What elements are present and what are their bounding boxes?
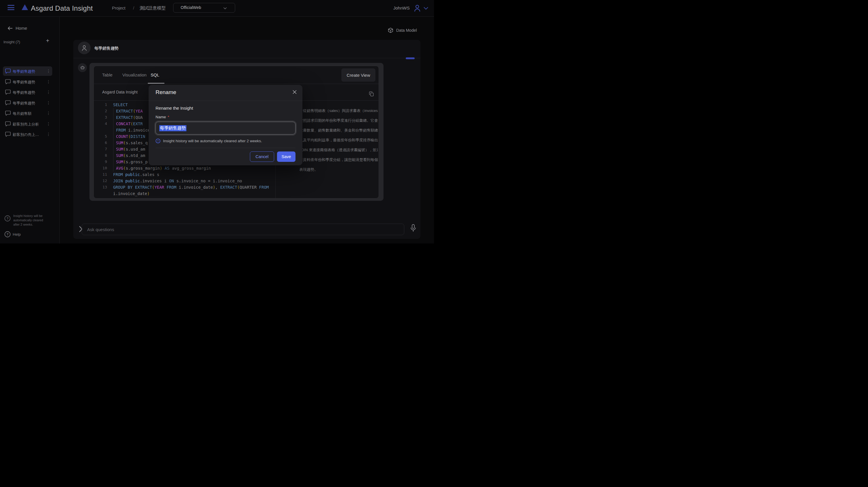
help-icon[interactable]: ? (4, 231, 11, 237)
chat-bubble-icon (5, 79, 11, 84)
cancel-button[interactable]: Cancel (250, 152, 274, 162)
cube-icon (388, 28, 393, 33)
more-vertical-icon[interactable]: ⋮ (46, 100, 51, 105)
line-number: 1 (94, 102, 107, 108)
explanation-panel: 會從銷售明細表（sales）與請求書表（invoices） 按照請求日期的年份和… (299, 106, 378, 174)
sidebar-item-insight-1[interactable]: 每季銷售趨勢 ⋮ (3, 66, 52, 76)
code-token: SELECT (113, 102, 128, 107)
code-token: ON (166, 178, 174, 183)
explanation-line: 將資料依年份和季度分組，讓您能清楚看到每個季 (299, 155, 378, 165)
sidebar-item-insight-7[interactable]: 顧客別の売上… ⋮ (3, 130, 52, 139)
code-token: DISTIN (131, 134, 146, 139)
code-token: ( (123, 140, 126, 145)
microphone-icon[interactable] (410, 224, 417, 233)
code-token: year (132, 198, 145, 198)
code-token: i.invoice (126, 128, 150, 132)
sidebar-item-insight-4[interactable]: 每季銷售趨勢 ⋮ (3, 98, 52, 108)
code-line: 12JOIN public.invoices i ON s.invoice_no… (94, 178, 275, 184)
data-model-button[interactable]: Data Model (388, 28, 417, 33)
code-token: ( (123, 147, 126, 152)
svg-text:?: ? (7, 232, 9, 236)
sidebar-item-label: 顧客別売上分析 (13, 122, 39, 127)
sidebar-item-insight-2[interactable]: 每季銷售趨勢 ⋮ (3, 77, 52, 87)
tab-table[interactable]: Table (102, 72, 113, 77)
sidebar-item-insight-6[interactable]: 顧客別売上分析 ⋮ (3, 119, 52, 129)
line-number: 7 (94, 146, 107, 152)
code-token: SUM (116, 153, 123, 158)
code-token: SUM (116, 140, 123, 145)
more-vertical-icon[interactable]: ⋮ (46, 132, 51, 136)
save-button[interactable]: Save (277, 152, 296, 162)
sidebar-item-insight-5[interactable]: 每月銷售額 ⋮ (3, 108, 52, 118)
code-token: ) (213, 185, 215, 190)
code-token: ( (123, 153, 126, 158)
top-header: Asgard Data Insight Project / 測試語意模型 Off… (0, 0, 434, 17)
line-number: 10 (94, 165, 107, 171)
close-icon[interactable] (292, 90, 297, 94)
tab-sql[interactable]: SQL (151, 72, 159, 77)
more-vertical-icon[interactable]: ⋮ (46, 69, 51, 73)
code-token: FROM (113, 172, 123, 177)
rename-input[interactable]: 每季銷售趨勢 (156, 122, 296, 134)
code-token: EXTRACT (116, 109, 133, 113)
code-token: QUARTER (240, 185, 256, 190)
line-number: 14 (94, 197, 107, 198)
modal-note-text: Insight history will be automatically cl… (163, 139, 262, 143)
sidebar-item-label: 每季銷售趨勢 (13, 69, 35, 74)
more-vertical-icon[interactable]: ⋮ (46, 79, 51, 84)
explanation-line: JOIN 來連接兩個表格（透過請求書編號），並運用 (299, 145, 378, 155)
code-token (123, 178, 125, 183)
explanation-line: 求書數量、銷售數量總和、美金和台幣銷售額總 (299, 126, 378, 135)
create-view-button[interactable]: Create View (341, 68, 375, 82)
sidebar-home-button[interactable]: Home (7, 26, 27, 31)
line-number (94, 127, 107, 133)
explanation-line: 會從銷售明細表（sales）與請求書表（invoices） (299, 106, 378, 116)
name-label: Name (156, 115, 166, 119)
code-token: .sales s (140, 172, 159, 177)
insight-question-title: 每季銷售趨勢 (94, 46, 119, 51)
user-menu-chevron-down-icon[interactable] (424, 7, 428, 10)
modal-title: Rename (156, 89, 176, 96)
modal-body: Rename the Insight Name* 每季銷售趨勢 Insight … (149, 101, 302, 148)
person-icon (82, 45, 87, 51)
help-label[interactable]: Help (13, 232, 21, 236)
more-vertical-icon[interactable]: ⋮ (46, 90, 51, 94)
more-vertical-icon[interactable]: ⋮ (46, 111, 51, 116)
sidebar-item-label: 每季銷售趨勢 (13, 90, 35, 95)
explanation-line: 以及平均粗利益率，最後按年份和季度排序輸出。 (299, 135, 378, 145)
code-token: YEAR (154, 185, 164, 190)
code-token: s.usd_am (126, 147, 145, 152)
copy-icon[interactable] (369, 92, 374, 96)
user-name: JohnWS (393, 5, 410, 10)
chat-bubble-icon (5, 121, 11, 126)
line-number: 6 (94, 140, 107, 146)
code-token: ( (123, 166, 126, 170)
code-token: EXTRACT (218, 185, 237, 190)
line-number: 4 (94, 121, 107, 127)
sql-panel-title: Asgard Data Insight (102, 90, 137, 94)
breadcrumb-project[interactable]: Project (112, 5, 126, 10)
sidebar-item-insight-3[interactable]: 每季銷售趨勢 ⋮ (3, 88, 52, 97)
sidebar-item-label: 每季銷售趨勢 (13, 101, 35, 106)
add-insight-button[interactable]: + (45, 38, 51, 43)
hamburger-menu-icon[interactable] (7, 5, 14, 11)
code-token: QUA (135, 115, 143, 120)
model-select-dropdown[interactable]: OfficialWeb (173, 3, 235, 13)
line-number (94, 190, 107, 197)
code-token: public (125, 172, 140, 177)
chat-bubble-icon (5, 100, 11, 105)
tab-visualization[interactable]: Visualization (122, 72, 147, 77)
chat-bubble-icon (5, 68, 11, 73)
ask-questions-input[interactable] (82, 224, 404, 235)
user-avatar-icon[interactable] (414, 4, 421, 12)
modal-note-row: Insight history will be automatically cl… (156, 138, 296, 143)
rename-input-selected-value: 每季銷售趨勢 (159, 125, 186, 131)
more-vertical-icon[interactable]: ⋮ (46, 122, 51, 126)
sidebar-home-label: Home (16, 26, 27, 31)
code-token: SUM (116, 160, 123, 164)
code-line: i.invoice_date) (94, 190, 275, 197)
assistant-avatar (78, 63, 87, 72)
svg-text:?: ? (7, 217, 9, 220)
sidebar-item-label: 顧客別の売上… (13, 132, 39, 137)
code-line: 10AVG(s.gross_margin) AS avg_gross_margi… (94, 165, 275, 171)
